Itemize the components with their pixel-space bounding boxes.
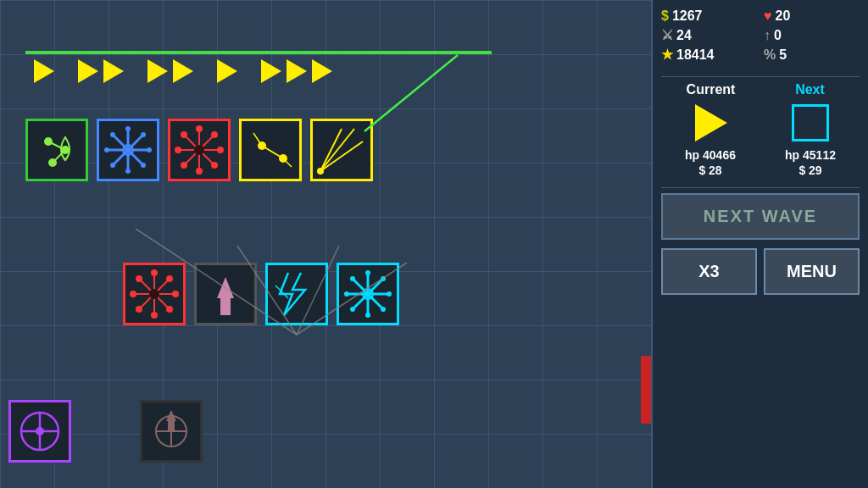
svg-point-58 <box>136 306 142 313</box>
svg-point-33 <box>211 162 218 169</box>
arrow-up-icon: ↑ <box>764 28 771 43</box>
next-cost: $ 29 <box>761 164 860 177</box>
tower-burst[interactable] <box>168 119 231 181</box>
wave-icons-row <box>661 104 860 141</box>
svg-rect-62 <box>220 298 231 315</box>
x3-button[interactable]: X3 <box>661 248 757 295</box>
side-panel: $ 1267 ♥ 20 ⚔ 24 ↑ 0 ★ 18414 % 5 Current… <box>651 0 868 488</box>
svg-point-32 <box>181 162 187 169</box>
svg-point-75 <box>350 307 355 312</box>
current-cost: $ 28 <box>661 164 760 177</box>
tower-empty[interactable] <box>194 263 257 325</box>
svg-point-14 <box>141 163 146 168</box>
game-area <box>0 0 651 488</box>
percent-value: 5 <box>779 47 787 63</box>
tower-freeze-2[interactable] <box>337 263 399 325</box>
svg-point-57 <box>166 275 173 282</box>
tower-burst-2[interactable] <box>123 263 186 325</box>
enemy-3b <box>173 59 193 83</box>
tower-angled[interactable] <box>310 119 373 181</box>
dollar-icon: $ <box>661 8 669 24</box>
svg-point-59 <box>166 306 173 313</box>
tower-lightning[interactable] <box>265 263 328 325</box>
divider-2 <box>661 187 860 188</box>
enemy-4 <box>217 59 237 83</box>
percent-stat: % 5 <box>764 47 860 63</box>
svg-point-29 <box>175 147 181 153</box>
enemies-row <box>34 59 332 83</box>
enemy-5b <box>287 59 307 83</box>
health-bar <box>641 356 651 424</box>
svg-point-70 <box>344 291 349 297</box>
svg-point-43 <box>317 168 324 175</box>
svg-point-54 <box>151 312 158 319</box>
svg-rect-85 <box>168 421 175 431</box>
tower-corner[interactable] <box>8 400 71 463</box>
next-wave-button[interactable]: NEXT WAVE <box>661 193 860 240</box>
svg-point-80 <box>36 427 44 435</box>
svg-point-30 <box>181 131 187 138</box>
health-value: 20 <box>776 8 791 24</box>
svg-point-72 <box>350 276 355 281</box>
arrow-value: 0 <box>774 28 782 43</box>
svg-point-52 <box>151 269 158 276</box>
menu-button[interactable]: MENU <box>764 248 860 295</box>
svg-line-39 <box>283 158 292 167</box>
tower-poison[interactable] <box>25 119 88 181</box>
svg-point-13 <box>110 132 115 137</box>
star-value: 18414 <box>676 47 715 63</box>
svg-point-31 <box>211 131 218 138</box>
svg-point-12 <box>147 147 152 152</box>
tower-row-bottom <box>123 263 399 325</box>
tower-crosshair[interactable] <box>140 400 203 463</box>
svg-point-28 <box>196 168 203 175</box>
next-wave-icon <box>792 104 829 141</box>
tower-target[interactable] <box>239 119 302 181</box>
enemy-5a <box>261 59 281 83</box>
money-stat: $ 1267 <box>661 8 757 24</box>
heart-icon: ♥ <box>764 8 772 24</box>
enemy-2b <box>103 59 124 83</box>
svg-point-69 <box>365 313 370 318</box>
current-hp: hp 40466 <box>661 148 760 162</box>
svg-point-74 <box>381 276 386 281</box>
arrow-stat: ↑ 0 <box>764 27 860 43</box>
svg-point-53 <box>172 291 179 297</box>
health-stat: ♥ 20 <box>764 8 860 24</box>
sword-stat: ⚔ 24 <box>661 27 757 43</box>
svg-point-56 <box>136 275 142 282</box>
tower-row-top <box>25 119 373 181</box>
current-next-header: Current Next <box>661 82 860 97</box>
next-label: Next <box>760 82 860 97</box>
svg-point-55 <box>130 291 136 297</box>
svg-point-73 <box>381 307 386 312</box>
svg-point-16 <box>110 163 115 168</box>
svg-point-60 <box>149 289 159 299</box>
svg-point-68 <box>365 270 370 275</box>
enemy-3a <box>147 59 168 83</box>
enemy-2a <box>78 59 98 83</box>
tower-freeze[interactable] <box>97 119 159 181</box>
svg-point-15 <box>141 132 146 137</box>
stats-grid: $ 1267 ♥ 20 ⚔ 24 ↑ 0 ★ 18414 % 5 <box>661 8 860 63</box>
svg-point-71 <box>387 291 392 297</box>
current-wave-icon <box>695 104 727 141</box>
star-icon: ★ <box>661 47 673 63</box>
enemy-5c <box>312 59 332 83</box>
percent-icon: % <box>764 47 776 63</box>
svg-point-34 <box>194 145 204 155</box>
sword-value: 24 <box>676 28 692 43</box>
divider-1 <box>661 76 860 77</box>
wave-stats-row: hp 40466 hp 45112 $ 28 $ 29 <box>661 148 860 177</box>
svg-point-11 <box>104 147 109 152</box>
bottom-buttons: X3 MENU <box>661 248 860 295</box>
current-label: Current <box>661 82 760 97</box>
star-stat: ★ 18414 <box>661 47 757 63</box>
path-bar <box>25 51 492 54</box>
svg-point-9 <box>125 126 131 131</box>
sword-icon: ⚔ <box>661 27 673 43</box>
svg-point-26 <box>196 125 203 132</box>
svg-point-10 <box>125 169 131 174</box>
svg-line-37 <box>262 146 283 158</box>
money-value: 1267 <box>672 8 703 24</box>
